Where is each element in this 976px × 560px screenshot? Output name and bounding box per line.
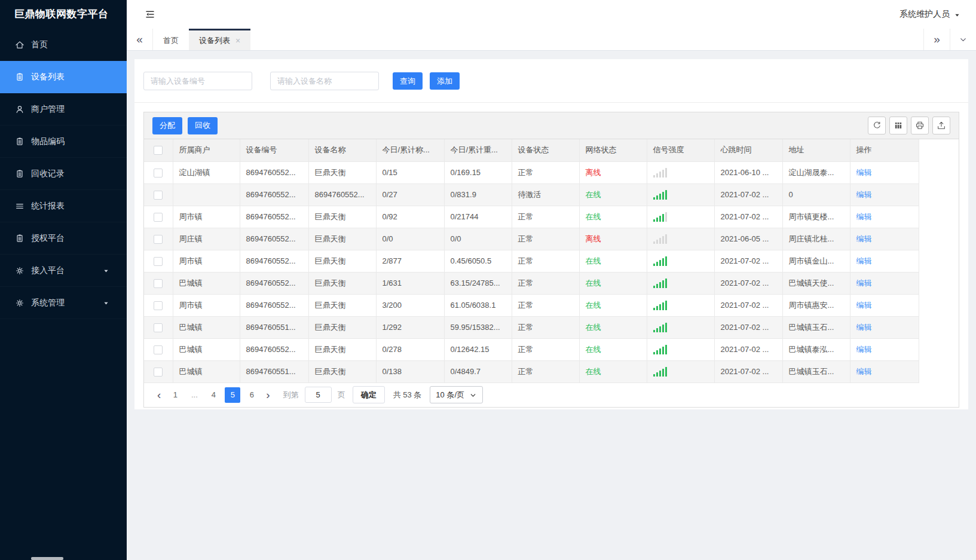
sidebar-item-label: 首页: [31, 39, 48, 50]
column-header-5: 设备状态: [512, 139, 579, 161]
cell-today-weight: 59.95/15382...: [444, 316, 512, 338]
tabs-scroll-left-button[interactable]: «: [127, 29, 153, 50]
recycle-button[interactable]: 回收: [188, 117, 218, 134]
row-checkbox[interactable]: [154, 323, 163, 332]
cell-merchant: 周市镇: [173, 250, 240, 272]
goto-confirm-button[interactable]: 确定: [353, 386, 385, 403]
cell-today-count: 0/278: [376, 338, 444, 360]
cell-network-status: 在线: [579, 338, 647, 360]
page-size-select[interactable]: 10 条/页: [430, 386, 483, 403]
cell-signal: [647, 294, 714, 316]
edit-link[interactable]: 编辑: [856, 190, 872, 199]
cell-merchant: 巴城镇: [173, 338, 240, 360]
cell-device-no: 8694760552...: [240, 272, 308, 294]
sidebar-item-4[interactable]: 回收记录: [0, 158, 127, 190]
edit-link[interactable]: 编辑: [856, 367, 872, 376]
edit-link[interactable]: 编辑: [856, 234, 872, 243]
cell-heartbeat: 2021-07-02 ...: [714, 250, 782, 272]
sidebar-item-3[interactable]: 物品编码: [0, 126, 127, 158]
cell-address: 周庄镇北桂...: [782, 228, 850, 250]
pagination-ellipsis: ...: [186, 387, 202, 403]
edit-link[interactable]: 编辑: [856, 279, 872, 287]
sidebar-item-7[interactable]: 接入平台: [0, 255, 127, 287]
cell-today-weight: 0/0: [444, 228, 512, 250]
row-checkbox[interactable]: [154, 191, 163, 200]
cell-merchant: 周庄镇: [173, 228, 240, 250]
row-checkbox[interactable]: [154, 368, 163, 377]
cell-merchant: [173, 183, 240, 206]
print-button[interactable]: [911, 117, 929, 134]
select-all-checkbox[interactable]: [154, 146, 163, 155]
caret-down-icon: [954, 10, 960, 19]
tab-0[interactable]: 首页: [153, 29, 189, 50]
query-button[interactable]: 查询: [393, 72, 423, 90]
device-no-input[interactable]: [143, 72, 252, 90]
columns-icon: [894, 121, 903, 130]
page-button-1[interactable]: 1: [167, 387, 183, 403]
row-checkbox[interactable]: [154, 279, 163, 288]
goto-page-input[interactable]: [305, 387, 332, 403]
cell-merchant: 周市镇: [173, 206, 240, 228]
device-name-input[interactable]: [270, 72, 379, 90]
assign-button[interactable]: 分配: [152, 117, 182, 134]
cell-device-name: 8694760552...: [308, 183, 376, 206]
add-button[interactable]: 添加: [430, 72, 460, 90]
tab-label: 首页: [163, 35, 179, 46]
edit-link[interactable]: 编辑: [856, 301, 872, 310]
scrollbar-thumb[interactable]: [31, 557, 63, 560]
row-checkbox[interactable]: [154, 235, 163, 244]
cell-heartbeat: 2021-06-05 ...: [714, 228, 782, 250]
cell-device-status: 正常: [512, 206, 579, 228]
cell-device-no: 8694760551...: [240, 316, 308, 338]
cell-today-count: 0/27: [376, 183, 444, 206]
sidebar-item-1[interactable]: 设备列表: [0, 61, 127, 93]
user-menu[interactable]: 系统维护人员: [899, 9, 960, 20]
page-button-6[interactable]: 6: [244, 387, 259, 403]
export-button[interactable]: [932, 117, 950, 134]
horizontal-scrollbar[interactable]: [0, 557, 976, 560]
column-header-2: 设备名称: [308, 139, 376, 161]
edit-link[interactable]: 编辑: [856, 212, 872, 221]
sidebar-item-2[interactable]: 商户管理: [0, 93, 127, 126]
table-row: 周市镇8694760552...巨鼎天衡3/20061.05/6038.1正常在…: [144, 294, 919, 316]
cell-network-status: 在线: [579, 294, 647, 316]
tabs-scroll-right-button[interactable]: »: [923, 29, 950, 50]
tab-close-icon[interactable]: ×: [235, 36, 240, 45]
device-list-panel: 查询 添加 分配 回收 所属商户设备编号设备名称今日/累计称...今日/累计重.…: [134, 59, 968, 409]
column-header-3: 今日/累计称...: [376, 139, 444, 161]
prev-page-button[interactable]: ‹: [152, 389, 166, 400]
sidebar-item-0[interactable]: 首页: [0, 29, 127, 61]
row-checkbox[interactable]: [154, 213, 163, 222]
sidebar-item-label: 回收记录: [31, 169, 65, 179]
row-checkbox[interactable]: [154, 169, 163, 178]
columns-button[interactable]: [889, 117, 907, 134]
edit-link[interactable]: 编辑: [856, 323, 872, 332]
page-button-4[interactable]: 4: [206, 387, 221, 403]
sidebar-item-6[interactable]: 授权平台: [0, 222, 127, 255]
sidebar-item-5[interactable]: 统计报表: [0, 190, 127, 222]
table-row: 周庄镇8694760552...巨鼎天衡0/00/0正常离线2021-06-05…: [144, 228, 919, 250]
caret-down-icon: [103, 300, 109, 307]
cell-action: 编辑: [850, 316, 919, 338]
sidebar-item-8[interactable]: 系统管理: [0, 287, 127, 319]
next-page-button[interactable]: ›: [261, 389, 274, 400]
cell-heartbeat: 2021-07-02 ...: [714, 206, 782, 228]
row-checkbox[interactable]: [154, 257, 163, 266]
signal-bars-icon: [653, 322, 708, 332]
cell-device-status: 正常: [512, 250, 579, 272]
edit-link[interactable]: 编辑: [856, 256, 872, 265]
menu-fold-button[interactable]: [145, 9, 155, 20]
row-checkbox[interactable]: [154, 301, 163, 310]
cell-device-name: 巨鼎天衡: [308, 316, 376, 338]
refresh-button[interactable]: [868, 117, 886, 134]
row-checkbox[interactable]: [154, 345, 163, 354]
page-size-value: 10 条/页: [436, 390, 464, 400]
edit-link[interactable]: 编辑: [856, 168, 872, 177]
cell-signal: [647, 316, 714, 338]
tabs-dropdown-button[interactable]: [950, 29, 976, 50]
tab-1[interactable]: 设备列表×: [189, 29, 250, 50]
edit-link[interactable]: 编辑: [856, 345, 872, 354]
cell-today-weight: 0/831.9: [444, 183, 512, 206]
page-button-5[interactable]: 5: [225, 387, 240, 403]
column-header-8: 心跳时间: [714, 139, 782, 161]
